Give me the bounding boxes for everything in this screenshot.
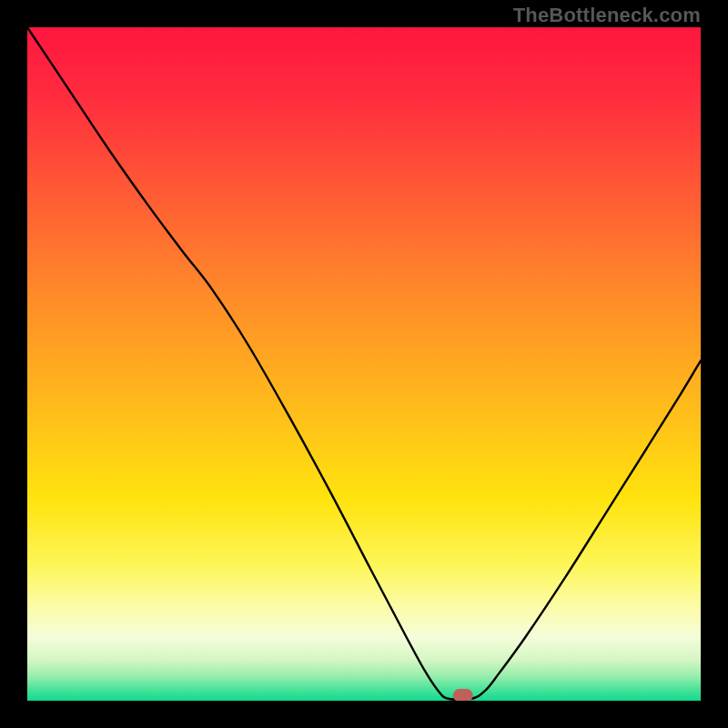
optimum-marker: [453, 689, 473, 701]
gradient-background: [27, 27, 701, 701]
chart-stage: TheBottleneck.com: [0, 0, 728, 728]
plot-area: [27, 27, 701, 701]
watermark-text: TheBottleneck.com: [513, 4, 701, 27]
chart-svg: [27, 27, 701, 701]
